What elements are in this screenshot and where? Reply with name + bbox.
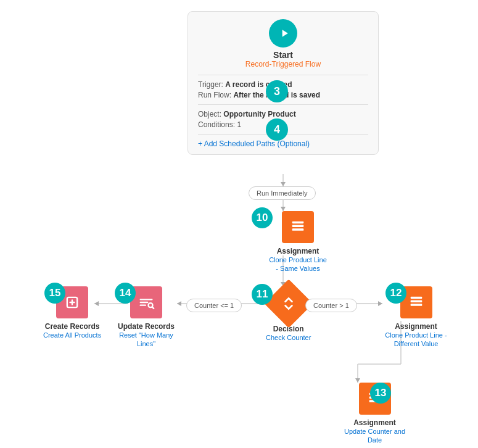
run-immediately-pill: Run Immediately (249, 186, 316, 200)
assignment-top-node[interactable]: Assignment Clone Product Line - Same Val… (267, 211, 329, 273)
badge-15: 15 (44, 283, 65, 304)
badge-13: 13 (370, 383, 391, 404)
svg-rect-27 (410, 304, 422, 306)
assignment-top-icon (282, 211, 314, 243)
badge-3: 3 (266, 80, 288, 102)
svg-rect-26 (410, 301, 422, 303)
badge-4: 4 (266, 118, 288, 141)
decision-node[interactable]: Decision Check Counter (266, 286, 311, 342)
svg-marker-16 (355, 378, 360, 383)
counter-lte-pill: Counter <= 1 (186, 299, 242, 312)
counter-gt-pill: Counter > 1 (305, 299, 357, 312)
badge-12: 12 (385, 283, 406, 304)
add-scheduled-button[interactable]: + Add Scheduled Paths (Optional) (198, 139, 368, 148)
badge-10: 10 (252, 207, 273, 228)
start-title: Start (198, 50, 368, 60)
start-play-icon (269, 19, 297, 48)
svg-rect-25 (410, 297, 422, 299)
svg-line-21 (152, 307, 154, 309)
svg-marker-11 (281, 207, 286, 211)
svg-rect-19 (292, 228, 304, 231)
svg-marker-15 (378, 301, 382, 306)
start-subtitle: Record-Triggered Flow (198, 60, 368, 68)
svg-rect-18 (292, 225, 304, 228)
svg-marker-10 (281, 182, 286, 186)
badge-11: 11 (252, 284, 273, 305)
object-row: Object: Opportunity Product (198, 110, 368, 118)
badge-14: 14 (115, 283, 136, 304)
svg-marker-0 (282, 30, 287, 37)
svg-rect-17 (292, 222, 304, 224)
